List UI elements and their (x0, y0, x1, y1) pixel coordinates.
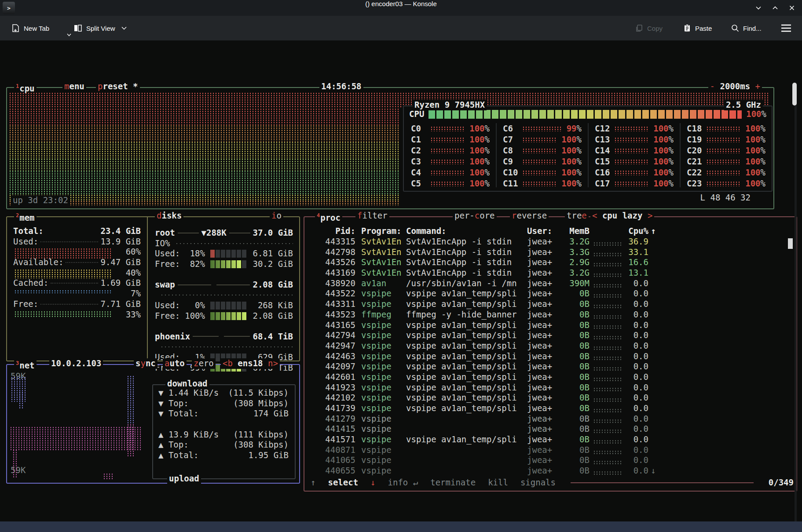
copy-button[interactable]: Copy (635, 16, 663, 40)
header-command[interactable]: Command: (406, 226, 526, 237)
net-sync-toggle[interactable]: sync (134, 358, 157, 369)
new-tab-button[interactable]: New Tab (11, 16, 49, 40)
core-cell: C18 100% (680, 123, 772, 134)
toolbar: New Tab Split View Copy Paste (0, 16, 802, 40)
process-mem: 0B (558, 393, 590, 403)
new-tab-caret-icon[interactable] (67, 33, 71, 36)
process-row[interactable]: 441923 vspipe vspipe av1an_temp/spli jwe… (307, 383, 794, 393)
split-view-button[interactable]: Split View (73, 16, 127, 40)
maximize-button[interactable] (771, 4, 779, 12)
process-user: jwea+ (527, 403, 558, 414)
hamburger-menu-button[interactable] (781, 16, 791, 40)
core-graph (614, 159, 649, 164)
interval-increase[interactable]: + (755, 81, 760, 91)
proc-footer-action[interactable]: select (328, 477, 358, 488)
process-row[interactable]: 443169 SvtAv1En SvtAv1EncApp -i stdin jw… (307, 268, 794, 278)
core-graph (614, 126, 649, 131)
sort-direction-icon[interactable]: ↑ (648, 226, 658, 237)
process-row[interactable]: 443165 vspipe vspipe av1an_temp/spli jwe… (307, 320, 794, 331)
process-row[interactable]: 443315 SvtAv1En SvtAv1EncApp -i stdin jw… (307, 237, 794, 247)
process-row[interactable]: 438920 av1an /usr/sbin/av1an -i /mn jwea… (307, 278, 794, 289)
core-cell: C0 100% (404, 123, 496, 134)
process-program: vspipe (361, 330, 405, 341)
process-row[interactable]: 440871 vspipe jwea+ 0B 0.0 (307, 445, 794, 455)
proc-footer-action[interactable]: signals (520, 477, 556, 488)
process-row[interactable]: 442102 vspipe vspipe av1an_temp/spli jwe… (307, 393, 794, 403)
core-label: C6 (503, 124, 522, 134)
process-row[interactable]: 442463 vspipe vspipe av1an_temp/spli jwe… (307, 351, 794, 362)
process-program: vspipe (361, 393, 405, 403)
per-core-toggle[interactable]: per-core (453, 211, 497, 221)
close-button[interactable] (788, 4, 796, 12)
filter-button[interactable]: filter (355, 211, 389, 221)
process-row[interactable]: 443523 ffmpeg ffmpeg -y -hide_banner jwe… (307, 310, 794, 320)
core-value: 100 (561, 157, 576, 167)
process-list: 443315 SvtAv1En SvtAv1EncApp -i stdin jw… (307, 237, 794, 476)
minimize-button[interactable] (754, 4, 762, 12)
preset-button[interactable]: preset * (96, 81, 140, 92)
process-row[interactable]: 442097 vspipe vspipe av1an_temp/spli jwe… (307, 361, 794, 372)
process-row[interactable]: 442601 vspipe vspipe av1an_temp/spli jwe… (307, 372, 794, 383)
process-cpu-graph (593, 262, 622, 267)
process-cpu: 0.0 (626, 361, 648, 372)
proc-footer-action[interactable]: info ↵ (388, 477, 418, 488)
process-row[interactable]: 442798 SvtAv1En SvtAv1EncApp -i stdin jw… (307, 247, 794, 258)
process-row[interactable]: 441415 vspipe jwea+ 0B 0.0 (307, 424, 794, 434)
reverse-toggle[interactable]: reverse (510, 211, 549, 221)
upload-stat-row: ▲ Top: (308 Kibps) (158, 440, 289, 450)
process-cpu-graph (593, 284, 622, 288)
process-row[interactable]: 441571 vspipe vspipe av1an_temp/spli jwe… (307, 434, 794, 445)
proc-footer-action[interactable]: kill (488, 477, 508, 488)
net-auto-toggle[interactable]: auto (163, 358, 187, 369)
core-value: 100 (745, 168, 760, 178)
process-command: vspipe av1an_temp/spli (406, 351, 526, 362)
process-command: vspipe av1an_temp/spli (406, 403, 526, 414)
net-zero-toggle[interactable]: zero (192, 358, 216, 369)
paste-button[interactable]: Paste (683, 16, 712, 40)
core-label: C17 (595, 179, 614, 189)
process-row[interactable]: 443526 SvtAv1En SvtAv1EncApp -i stdin jw… (307, 257, 794, 268)
process-cpu-graph (593, 429, 622, 434)
proc-footer-action[interactable]: ↓ (370, 477, 375, 488)
process-cpu: 0.0 (626, 320, 648, 331)
process-mem: 0B (558, 299, 590, 310)
header-program[interactable]: Program: (361, 226, 405, 237)
core-cell: C2 100% (404, 145, 496, 156)
upload-stat-row: ▲ Total: 1.95 GiB (158, 450, 289, 461)
process-row[interactable]: 443311 vspipe vspipe av1an_temp/spli jwe… (307, 299, 794, 310)
process-row[interactable]: 441065 vspipe jwea+ 0B 0.0 (307, 455, 794, 466)
process-pid: 442794 (307, 330, 355, 341)
header-user[interactable]: User: (527, 226, 558, 237)
process-row[interactable]: 440655 vspipe jwea+ 0B 0.0 ↓ (307, 466, 794, 476)
process-cpu-graph (593, 471, 622, 475)
terminal-scrollbar-thumb[interactable] (792, 83, 797, 106)
disk-used-meter (210, 250, 247, 258)
process-row[interactable]: 441279 vspipe jwea+ 0B 0.0 (307, 414, 794, 424)
core-label: C5 (411, 179, 430, 189)
net-interface-switcher[interactable]: <b ens18 n> (221, 358, 280, 369)
menu-button[interactable]: menu (62, 81, 86, 92)
core-value: 100 (561, 179, 576, 189)
process-row[interactable]: 443522 vspipe vspipe av1an_temp/spli jwe… (307, 288, 794, 299)
find-button[interactable]: Find... (731, 16, 762, 40)
terminal-scrollbar-track[interactable] (795, 83, 797, 532)
core-value: 100 (653, 168, 668, 178)
process-cpu: 16.6 (626, 257, 648, 268)
proc-footer-action[interactable]: terminate (430, 477, 476, 488)
header-cpu[interactable]: Cpu% (626, 226, 648, 237)
tree-toggle[interactable]: tree (565, 211, 589, 221)
proc-footer-action[interactable]: ↑ (311, 477, 315, 488)
process-row[interactable]: 442947 vspipe vspipe av1an_temp/spli jwe… (307, 341, 794, 351)
process-mem: 0B (558, 351, 590, 362)
header-pid[interactable]: Pid: (307, 226, 355, 237)
sort-selector[interactable]: < cpu lazy > (590, 211, 654, 221)
core-value: 100 (653, 179, 668, 189)
proc-scrollbar-thumb[interactable] (788, 238, 793, 249)
process-row[interactable]: 441739 vspipe vspipe av1an_temp/spli jwe… (307, 403, 794, 414)
process-row[interactable]: 442794 vspipe vspipe av1an_temp/spli jwe… (307, 330, 794, 341)
interval-decrease[interactable]: - (710, 81, 715, 91)
process-cpu-graph (593, 315, 622, 319)
header-memb[interactable]: MemB (558, 226, 590, 237)
io-mode-toggle[interactable]: io (270, 211, 283, 221)
process-mem: 0B (558, 414, 590, 424)
